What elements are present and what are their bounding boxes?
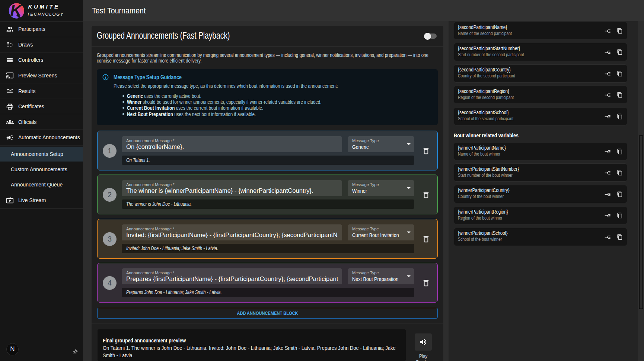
- svg-text:KUMITE: KUMITE: [28, 3, 60, 10]
- svg-text:K: K: [10, 1, 23, 19]
- svg-text:TECHNOLOGY: TECHNOLOGY: [27, 12, 64, 16]
